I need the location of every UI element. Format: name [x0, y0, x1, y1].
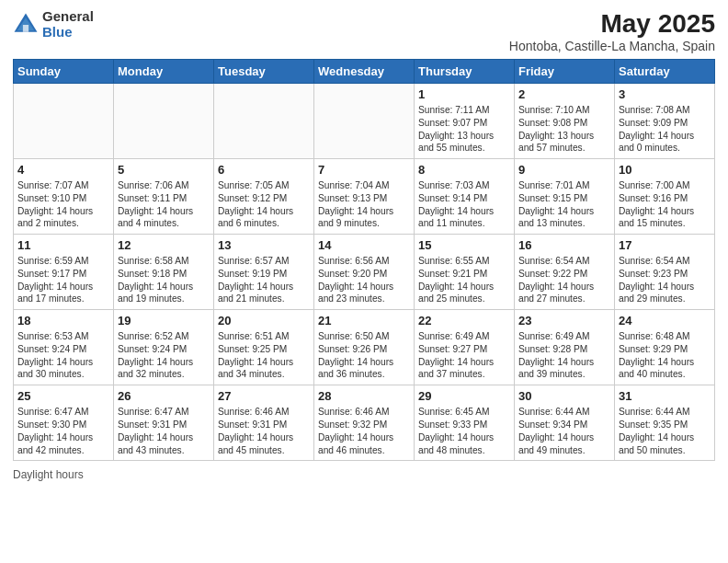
- calendar-cell: 11Sunrise: 6:59 AMSunset: 9:17 PMDayligh…: [14, 235, 114, 310]
- calendar-cell: 13Sunrise: 6:57 AMSunset: 9:19 PMDayligh…: [214, 235, 314, 310]
- day-number: 24: [619, 314, 711, 327]
- day-info: Sunrise: 7:01 AMSunset: 9:15 PMDaylight:…: [518, 179, 610, 230]
- day-info: Sunrise: 6:53 AMSunset: 9:24 PMDaylight:…: [17, 330, 109, 381]
- svg-rect-2: [23, 25, 28, 32]
- calendar-cell: 22Sunrise: 6:49 AMSunset: 9:27 PMDayligh…: [415, 310, 515, 385]
- calendar-cell: 19Sunrise: 6:52 AMSunset: 9:24 PMDayligh…: [114, 310, 214, 385]
- day-info: Sunrise: 7:06 AMSunset: 9:11 PMDaylight:…: [118, 179, 210, 230]
- calendar-cell: 25Sunrise: 6:47 AMSunset: 9:30 PMDayligh…: [14, 385, 114, 461]
- day-info: Sunrise: 6:54 AMSunset: 9:23 PMDaylight:…: [619, 255, 711, 305]
- logo-icon: [13, 12, 39, 38]
- cell-content: 8Sunrise: 7:03 AMSunset: 9:14 PMDaylight…: [418, 163, 510, 230]
- day-info: Sunrise: 7:10 AMSunset: 9:08 PMDaylight:…: [518, 104, 610, 155]
- logo-text: General Blue: [42, 9, 94, 40]
- header: General Blue May 2025 Hontoba, Castille-…: [13, 9, 715, 53]
- day-info: Sunrise: 6:55 AMSunset: 9:21 PMDaylight:…: [418, 255, 510, 305]
- day-info: Sunrise: 7:11 AMSunset: 9:07 PMDaylight:…: [418, 104, 510, 155]
- calendar-table: SundayMondayTuesdayWednesdayThursdayFrid…: [13, 59, 715, 461]
- calendar-cell: [14, 84, 114, 159]
- day-number: 4: [17, 163, 109, 177]
- subtitle: Hontoba, Castille-La Mancha, Spain: [509, 39, 715, 53]
- cell-content: 18Sunrise: 6:53 AMSunset: 9:24 PMDayligh…: [17, 314, 109, 381]
- cell-content: 4Sunrise: 7:07 AMSunset: 9:10 PMDaylight…: [17, 163, 109, 230]
- cell-content: 10Sunrise: 7:00 AMSunset: 9:16 PMDayligh…: [619, 163, 711, 230]
- cell-content: 19Sunrise: 6:52 AMSunset: 9:24 PMDayligh…: [118, 314, 210, 381]
- day-number: 2: [518, 87, 610, 101]
- calendar-cell: [114, 84, 214, 159]
- day-info: Sunrise: 6:46 AMSunset: 9:32 PMDaylight:…: [318, 406, 410, 456]
- day-info: Sunrise: 6:49 AMSunset: 9:28 PMDaylight:…: [518, 330, 610, 381]
- calendar-cell: 17Sunrise: 6:54 AMSunset: 9:23 PMDayligh…: [615, 235, 715, 310]
- day-number: 16: [518, 238, 610, 252]
- day-number: 20: [218, 314, 310, 327]
- day-info: Sunrise: 6:59 AMSunset: 9:17 PMDaylight:…: [17, 255, 109, 305]
- day-number: 13: [218, 238, 310, 252]
- cell-content: 28Sunrise: 6:46 AMSunset: 9:32 PMDayligh…: [318, 389, 410, 456]
- cell-content: 25Sunrise: 6:47 AMSunset: 9:30 PMDayligh…: [17, 389, 109, 456]
- calendar-cell: 14Sunrise: 6:56 AMSunset: 9:20 PMDayligh…: [314, 235, 415, 310]
- calendar-cell: 10Sunrise: 7:00 AMSunset: 9:16 PMDayligh…: [615, 159, 715, 235]
- day-info: Sunrise: 6:56 AMSunset: 9:20 PMDaylight:…: [318, 255, 410, 305]
- day-number: 31: [619, 389, 711, 403]
- day-number: 19: [118, 314, 210, 327]
- day-info: Sunrise: 6:45 AMSunset: 9:33 PMDaylight:…: [418, 406, 510, 456]
- day-number: 18: [17, 314, 109, 327]
- day-number: 5: [118, 163, 210, 177]
- day-info: Sunrise: 6:57 AMSunset: 9:19 PMDaylight:…: [218, 255, 310, 305]
- cell-content: 13Sunrise: 6:57 AMSunset: 9:19 PMDayligh…: [218, 238, 310, 305]
- calendar-cell: 9Sunrise: 7:01 AMSunset: 9:15 PMDaylight…: [515, 159, 615, 235]
- day-number: 21: [318, 314, 410, 327]
- cell-content: 21Sunrise: 6:50 AMSunset: 9:26 PMDayligh…: [318, 314, 410, 381]
- calendar-cell: 28Sunrise: 6:46 AMSunset: 9:32 PMDayligh…: [314, 385, 415, 461]
- cell-content: 11Sunrise: 6:59 AMSunset: 9:17 PMDayligh…: [17, 238, 109, 305]
- cell-content: 2Sunrise: 7:10 AMSunset: 9:08 PMDaylight…: [518, 87, 610, 155]
- cell-content: 23Sunrise: 6:49 AMSunset: 9:28 PMDayligh…: [518, 314, 610, 381]
- day-number: 11: [17, 238, 109, 252]
- day-info: Sunrise: 7:08 AMSunset: 9:09 PMDaylight:…: [619, 104, 711, 155]
- calendar-cell: 29Sunrise: 6:45 AMSunset: 9:33 PMDayligh…: [415, 385, 515, 461]
- logo: General Blue: [13, 9, 94, 40]
- col-header-sunday: Sunday: [14, 60, 114, 84]
- day-info: Sunrise: 6:51 AMSunset: 9:25 PMDaylight:…: [218, 330, 310, 381]
- week-row-1: 1Sunrise: 7:11 AMSunset: 9:07 PMDaylight…: [14, 84, 715, 159]
- calendar-cell: 7Sunrise: 7:04 AMSunset: 9:13 PMDaylight…: [314, 159, 415, 235]
- day-number: 6: [218, 163, 310, 177]
- day-info: Sunrise: 6:49 AMSunset: 9:27 PMDaylight:…: [418, 330, 510, 381]
- day-number: 27: [218, 389, 310, 403]
- day-number: 7: [318, 163, 410, 177]
- calendar-cell: 5Sunrise: 7:06 AMSunset: 9:11 PMDaylight…: [114, 159, 214, 235]
- day-info: Sunrise: 7:05 AMSunset: 9:12 PMDaylight:…: [218, 179, 310, 230]
- cell-content: 29Sunrise: 6:45 AMSunset: 9:33 PMDayligh…: [418, 389, 510, 456]
- day-number: 23: [518, 314, 610, 327]
- calendar-cell: 8Sunrise: 7:03 AMSunset: 9:14 PMDaylight…: [415, 159, 515, 235]
- day-info: Sunrise: 7:04 AMSunset: 9:13 PMDaylight:…: [318, 179, 410, 230]
- cell-content: 12Sunrise: 6:58 AMSunset: 9:18 PMDayligh…: [118, 238, 210, 305]
- cell-content: 26Sunrise: 6:47 AMSunset: 9:31 PMDayligh…: [118, 389, 210, 456]
- calendar-cell: 6Sunrise: 7:05 AMSunset: 9:12 PMDaylight…: [214, 159, 314, 235]
- calendar-cell: 4Sunrise: 7:07 AMSunset: 9:10 PMDaylight…: [14, 159, 114, 235]
- calendar-cell: 18Sunrise: 6:53 AMSunset: 9:24 PMDayligh…: [14, 310, 114, 385]
- cell-content: 1Sunrise: 7:11 AMSunset: 9:07 PMDaylight…: [418, 87, 510, 155]
- cell-content: 6Sunrise: 7:05 AMSunset: 9:12 PMDaylight…: [218, 163, 310, 230]
- day-number: 12: [118, 238, 210, 252]
- day-info: Sunrise: 7:00 AMSunset: 9:16 PMDaylight:…: [619, 179, 711, 230]
- day-number: 26: [118, 389, 210, 403]
- col-header-friday: Friday: [515, 60, 615, 84]
- calendar-cell: 23Sunrise: 6:49 AMSunset: 9:28 PMDayligh…: [515, 310, 615, 385]
- calendar-cell: 20Sunrise: 6:51 AMSunset: 9:25 PMDayligh…: [214, 310, 314, 385]
- cell-content: 7Sunrise: 7:04 AMSunset: 9:13 PMDaylight…: [318, 163, 410, 230]
- cell-content: 9Sunrise: 7:01 AMSunset: 9:15 PMDaylight…: [518, 163, 610, 230]
- day-number: 30: [518, 389, 610, 403]
- day-info: Sunrise: 6:47 AMSunset: 9:31 PMDaylight:…: [118, 406, 210, 456]
- calendar-cell: 15Sunrise: 6:55 AMSunset: 9:21 PMDayligh…: [415, 235, 515, 310]
- cell-content: 16Sunrise: 6:54 AMSunset: 9:22 PMDayligh…: [518, 238, 610, 305]
- calendar-cell: 27Sunrise: 6:46 AMSunset: 9:31 PMDayligh…: [214, 385, 314, 461]
- logo-blue-text: Blue: [42, 25, 94, 40]
- cell-content: 3Sunrise: 7:08 AMSunset: 9:09 PMDaylight…: [619, 87, 711, 155]
- cell-content: 5Sunrise: 7:06 AMSunset: 9:11 PMDaylight…: [118, 163, 210, 230]
- day-number: 22: [418, 314, 510, 327]
- day-number: 3: [619, 87, 711, 101]
- title-area: May 2025 Hontoba, Castille-La Mancha, Sp…: [509, 9, 715, 53]
- cell-content: 20Sunrise: 6:51 AMSunset: 9:25 PMDayligh…: [218, 314, 310, 381]
- col-header-tuesday: Tuesday: [214, 60, 314, 84]
